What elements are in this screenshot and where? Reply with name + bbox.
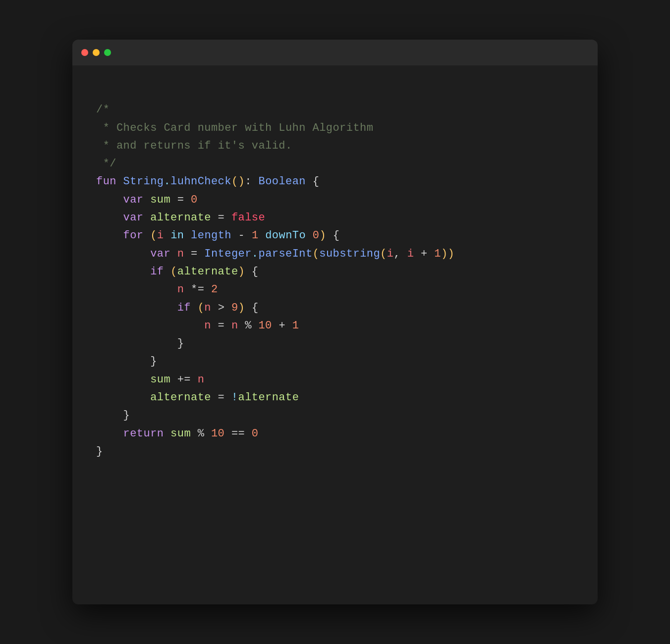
paren-open3: ( — [313, 248, 320, 260]
eq1: = — [170, 194, 191, 206]
space6 — [184, 229, 191, 242]
n-var4: n — [204, 320, 211, 332]
indent1 — [96, 194, 123, 206]
false-literal: false — [231, 212, 265, 224]
space5 — [164, 229, 170, 242]
indent8 — [96, 320, 204, 332]
paren-open4: ( — [380, 248, 387, 260]
brace-close1: } — [177, 337, 184, 350]
space7 — [259, 229, 266, 242]
alternate-var3: alternate — [150, 391, 211, 404]
indent10 — [96, 355, 150, 368]
one3: 1 — [292, 320, 299, 332]
zero2: 0 — [313, 229, 320, 242]
titlebar — [72, 40, 598, 65]
indent12 — [96, 391, 150, 404]
ten2: 10 — [211, 428, 224, 440]
zero3: 0 — [252, 428, 259, 440]
alternate-var2: alternate — [177, 266, 238, 278]
paren-open2: ( — [150, 229, 157, 242]
i-var: i — [157, 229, 164, 242]
maximize-button[interactable] — [104, 49, 111, 56]
for-keyword: for — [123, 229, 144, 242]
comma1: , — [393, 248, 407, 260]
sum-var3: sum — [170, 428, 191, 440]
integer-type: Integer — [204, 248, 252, 260]
space9 — [170, 248, 177, 260]
n-var: n — [177, 248, 184, 260]
space3 — [144, 212, 151, 224]
space12 — [164, 428, 170, 440]
code-block: /* * Checks Card number with Luhn Algori… — [96, 83, 574, 479]
i-var2: i — [387, 248, 394, 260]
comment-open: /* — [96, 104, 110, 116]
string-type: String — [123, 175, 164, 188]
space4 — [144, 229, 151, 242]
boolean-type: Boolean — [258, 175, 306, 188]
space1 — [116, 175, 123, 188]
plus1: + — [414, 248, 434, 260]
mod2: % — [191, 428, 211, 440]
ten1: 10 — [258, 320, 272, 332]
indent3 — [96, 229, 123, 242]
fun-keyword: fun — [96, 175, 116, 188]
plus-eq: += — [170, 374, 198, 386]
minus1: - — [231, 229, 252, 242]
var-keyword2: var — [123, 212, 144, 224]
brace-close3: } — [123, 409, 130, 422]
indent7 — [96, 302, 177, 314]
i-var3: i — [407, 248, 414, 260]
brace-close2: } — [150, 355, 157, 368]
luhn-check-method: luhnCheck — [170, 175, 231, 188]
if-keyword2: if — [177, 302, 191, 314]
alternate-var: alternate — [150, 212, 211, 224]
length-prop: length — [191, 229, 231, 242]
eq2: = — [211, 212, 231, 224]
indent13 — [96, 409, 123, 422]
eq5: = — [211, 391, 231, 404]
one1: 1 — [252, 229, 259, 242]
n-var2: n — [177, 283, 184, 296]
substring-method: substring — [319, 248, 380, 260]
two1: 2 — [211, 283, 218, 296]
traffic-lights — [81, 49, 111, 56]
indent5 — [96, 266, 150, 278]
paren-close5: ) — [238, 266, 245, 278]
brace-open1: { — [306, 175, 319, 188]
paren-open6: ( — [198, 302, 205, 314]
alternate-var4: alternate — [238, 391, 299, 404]
times-eq: *= — [184, 283, 211, 296]
space2 — [144, 194, 151, 206]
paren-close3: )) — [441, 248, 454, 260]
nine1: 9 — [231, 302, 238, 314]
indent2 — [96, 212, 123, 224]
var-keyword1: var — [123, 194, 144, 206]
comment-line1: * Checks Card number with Luhn Algorithm — [96, 122, 373, 134]
n-var6: n — [198, 374, 205, 386]
dot1: . — [164, 175, 170, 188]
parseint-method: parseInt — [258, 248, 312, 260]
if-keyword1: if — [150, 266, 164, 278]
indent6 — [96, 283, 177, 296]
plus2: + — [272, 320, 292, 332]
indent4 — [96, 248, 150, 260]
sum-var: sum — [150, 194, 170, 206]
comment-close: */ — [96, 158, 116, 170]
code-window: /* * Checks Card number with Luhn Algori… — [72, 40, 598, 604]
mod1: % — [238, 320, 259, 332]
eq3: = — [184, 248, 204, 260]
minimize-button[interactable] — [93, 49, 100, 56]
n-var3: n — [204, 302, 211, 314]
brace-close4: } — [96, 445, 103, 458]
space8 — [306, 229, 313, 242]
in-keyword: in — [170, 229, 184, 242]
colon-bool: : — [245, 175, 258, 188]
paren-open5: ( — [170, 266, 177, 278]
space10 — [164, 266, 170, 278]
close-button[interactable] — [81, 49, 88, 56]
code-area: /* * Checks Card number with Luhn Algori… — [72, 65, 598, 604]
paren-close6: ) — [238, 302, 245, 314]
gt1: > — [211, 302, 231, 314]
excl-op: ! — [231, 391, 238, 404]
comment-line2: * and returns if it's valid. — [96, 140, 292, 152]
